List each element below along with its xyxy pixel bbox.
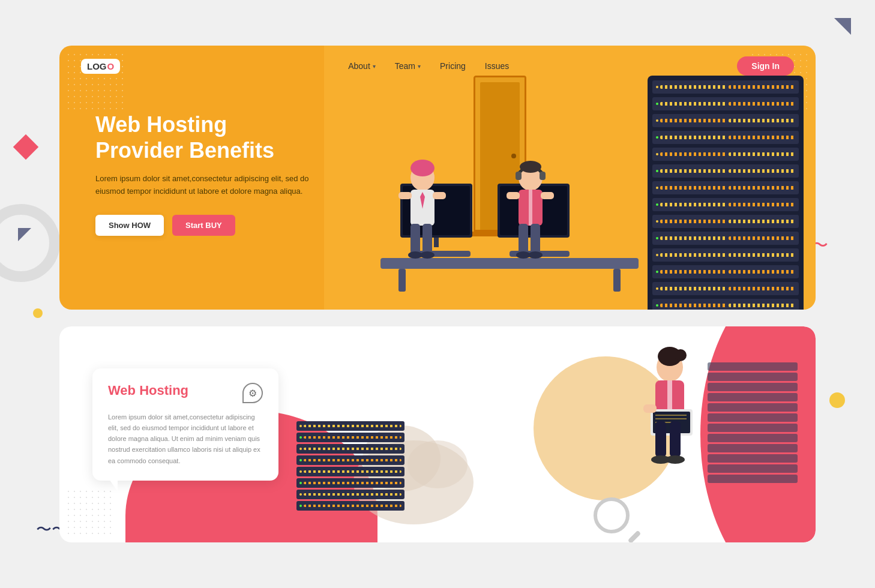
svg-rect-20 — [507, 192, 520, 199]
info-card-description: Lorem ipsum dolor sit amet,consectetur a… — [108, 412, 263, 466]
svg-rect-12 — [540, 172, 546, 180]
nav-link-about[interactable]: About ▾ — [348, 61, 376, 71]
svg-rect-17 — [531, 224, 540, 254]
start-buy-button[interactable]: Start BUY — [172, 215, 235, 236]
center-server-unit — [296, 444, 404, 454]
magnify-lens — [594, 497, 630, 533]
svg-point-27 — [675, 349, 687, 361]
chat-bubble-icon: ⚙ — [242, 383, 263, 403]
svg-rect-9 — [433, 192, 446, 199]
info-card-title: Web Hosting — [108, 383, 188, 398]
logo-o: O — [107, 61, 115, 71]
logo-text: LOG — [87, 61, 107, 71]
person-left — [395, 149, 450, 269]
rack-unit — [652, 164, 799, 178]
sign-in-button[interactable]: Sign In — [737, 56, 794, 76]
center-server-unit — [296, 501, 404, 511]
desk-legs — [392, 269, 627, 292]
nav-link-pricing[interactable]: Pricing — [440, 61, 466, 71]
dot-circle-right — [829, 392, 845, 408]
rack-unit — [652, 232, 799, 245]
svg-rect-21 — [541, 192, 554, 199]
rack-unit — [652, 148, 799, 161]
rack-unit — [652, 97, 799, 110]
magnify-handle — [628, 530, 642, 542]
logo[interactable]: LOGO — [81, 59, 120, 74]
info-card-header: Web Hosting ⚙ — [108, 383, 263, 403]
hero-title: Web Hosting Provider Benefits — [95, 112, 323, 163]
svg-rect-36 — [655, 421, 666, 457]
rack-unit — [652, 131, 799, 144]
hero-content: Web Hosting Provider Benefits Lorem ipsu… — [95, 112, 323, 236]
chevron-down-icon: ▾ — [373, 63, 376, 70]
center-server-unit — [296, 455, 404, 465]
center-server-unit — [296, 467, 404, 476]
dots-pattern-s2-bl — [65, 488, 113, 536]
nav-links: About ▾ Team ▾ Pricing Issues — [348, 61, 509, 71]
svg-rect-5 — [422, 224, 432, 254]
svg-rect-8 — [398, 192, 412, 199]
rack-unit — [652, 265, 799, 278]
svg-point-1 — [410, 160, 434, 176]
svg-rect-16 — [519, 224, 528, 254]
center-server-unit — [296, 490, 404, 499]
section1-hero: LOGO About ▾ Team ▾ Pricing — [59, 46, 816, 310]
bg-servers-right — [708, 362, 798, 485]
center-servers — [296, 421, 404, 512]
info-card: Web Hosting ⚙ Lorem ipsum dolor sit amet… — [92, 368, 278, 481]
nav-item-pricing[interactable]: Pricing — [440, 61, 466, 71]
rack-unit — [652, 181, 799, 194]
nav-link-issues[interactable]: Issues — [485, 61, 509, 71]
dot-yellow-left — [33, 308, 43, 318]
hero-illustration — [347, 70, 816, 310]
rack-unit — [652, 80, 799, 94]
gear-icon: ⚙ — [248, 388, 257, 399]
person-s2 — [639, 344, 699, 512]
center-server-unit — [296, 421, 404, 431]
section2-hosting: Web Hosting ⚙ Lorem ipsum dolor sit amet… — [59, 326, 816, 542]
hero-description: Lorem ipsum dolor sit amet,consectetur a… — [95, 173, 323, 198]
svg-point-39 — [666, 455, 685, 464]
hero-buttons: Show HOW Start BUY — [95, 215, 323, 236]
server-rack — [648, 76, 816, 298]
svg-point-24 — [407, 440, 468, 488]
center-server-unit — [296, 433, 404, 442]
svg-point-7 — [420, 251, 434, 259]
desk-leg-left — [398, 269, 406, 292]
rack-unit — [652, 198, 799, 211]
chevron-down-icon: ▾ — [418, 63, 421, 70]
svg-rect-15 — [529, 190, 532, 226]
desk-leg-right — [613, 269, 621, 292]
svg-rect-35 — [643, 404, 657, 413]
circle-decor — [0, 204, 60, 282]
rack-unit — [652, 282, 799, 295]
rack-unit — [652, 299, 799, 310]
triangle-decor-left — [18, 228, 31, 241]
navbar: LOGO About ▾ Team ▾ Pricing — [59, 46, 816, 76]
svg-rect-37 — [670, 421, 681, 457]
center-server-unit — [296, 478, 404, 488]
svg-point-19 — [528, 251, 543, 259]
nav-item-issues[interactable]: Issues — [485, 61, 509, 71]
card-tail — [109, 479, 118, 491]
nav-link-team[interactable]: Team ▾ — [395, 61, 421, 71]
svg-point-13 — [520, 161, 541, 173]
nav-item-team[interactable]: Team ▾ — [395, 61, 421, 71]
svg-rect-11 — [516, 172, 522, 180]
rack-unit — [652, 114, 799, 127]
nav-item-about[interactable]: About ▾ — [348, 61, 376, 71]
magnify-glass — [594, 497, 630, 533]
rack-unit — [652, 248, 799, 262]
show-how-button[interactable]: Show HOW — [95, 215, 164, 236]
rack-unit — [652, 215, 799, 228]
person-right — [504, 149, 558, 269]
triangle-decor-right — [834, 18, 851, 35]
diamond-decor — [13, 134, 38, 160]
svg-rect-4 — [410, 224, 420, 254]
